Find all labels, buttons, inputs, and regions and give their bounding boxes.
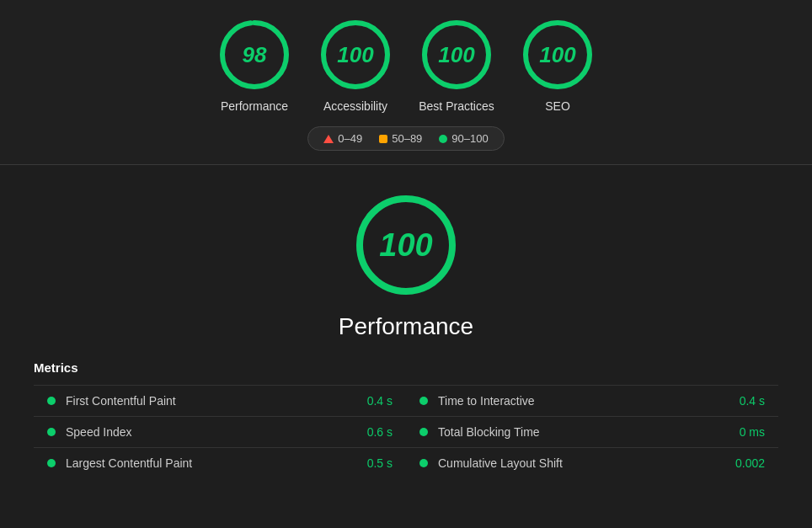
metric-value-si: 0.6 s: [367, 425, 393, 439]
metric-name-tbt: Total Blocking Time: [438, 425, 726, 439]
score-label-seo: SEO: [545, 99, 570, 113]
legend-row: 0–49 50–89 90–100: [307, 126, 504, 151]
score-item-seo: 100 SEO: [520, 17, 596, 113]
metric-value-tbt: 0 ms: [740, 425, 765, 439]
legend-item-mid: 50–89: [379, 132, 422, 145]
legend-range-mid: 50–89: [392, 132, 422, 145]
big-score-number: 100: [379, 227, 432, 264]
metric-dot-cls: [419, 459, 428, 467]
legend-range-high: 90–100: [451, 132, 488, 145]
metrics-grid: First Contentful Paint 0.4 s Time to Int…: [34, 385, 778, 478]
top-section: 98 Performance 100 Accessibility 100: [0, 0, 812, 165]
triangle-red-icon: [323, 135, 334, 143]
metrics-section: Metrics First Contentful Paint 0.4 s Tim…: [34, 360, 778, 478]
score-number-performance: 98: [243, 42, 267, 68]
legend-range-low: 0–49: [338, 132, 362, 145]
metric-name-cls: Cumulative Layout Shift: [438, 456, 722, 470]
metrics-title: Metrics: [34, 360, 778, 375]
score-label-performance: Performance: [221, 99, 288, 113]
metric-dot-tbt: [419, 428, 428, 436]
metric-row-tti: Time to Interactive 0.4 s: [406, 385, 778, 416]
metric-value-fcp: 0.4 s: [367, 394, 393, 408]
score-item-accessibility: 100 Accessibility: [318, 17, 393, 113]
score-number-accessibility: 100: [337, 42, 373, 68]
metric-dot-lcp: [47, 459, 56, 467]
scores-row: 98 Performance 100 Accessibility 100: [216, 17, 596, 113]
metric-row-lcp: Largest Contentful Paint 0.5 s: [34, 447, 406, 478]
main-section: 100 Performance Metrics First Contentful…: [0, 165, 812, 504]
score-label-best-practices: Best Practices: [419, 99, 494, 113]
metric-name-si: Speed Index: [66, 425, 354, 439]
metric-value-lcp: 0.5 s: [367, 456, 393, 470]
metric-name-fcp: First Contentful Paint: [66, 394, 354, 408]
metric-name-tti: Time to Interactive: [438, 394, 726, 408]
metric-dot-tti: [419, 397, 428, 405]
metric-row-si: Speed Index 0.6 s: [34, 416, 406, 447]
score-item-performance: 98 Performance: [216, 17, 292, 113]
metric-row-cls: Cumulative Layout Shift 0.002: [406, 447, 778, 478]
big-score-circle: 100: [351, 190, 461, 300]
score-circle-performance: 98: [216, 17, 292, 93]
score-item-best-practices: 100 Best Practices: [419, 17, 494, 113]
score-number-best-practices: 100: [438, 42, 474, 68]
legend-item-high: 90–100: [439, 132, 488, 145]
metric-value-cls: 0.002: [735, 456, 765, 470]
score-label-accessibility: Accessibility: [323, 99, 387, 113]
circle-green-icon: [439, 135, 447, 143]
metric-dot-si: [47, 428, 56, 436]
score-circle-best-practices: 100: [419, 17, 494, 93]
metric-row-tbt: Total Blocking Time 0 ms: [406, 416, 778, 447]
score-circle-seo: 100: [520, 17, 596, 93]
score-number-seo: 100: [539, 42, 575, 68]
score-circle-accessibility: 100: [318, 17, 393, 93]
metric-name-lcp: Largest Contentful Paint: [66, 456, 354, 470]
metric-value-tti: 0.4 s: [740, 394, 765, 408]
legend-item-low: 0–49: [323, 132, 362, 145]
metric-row-fcp: First Contentful Paint 0.4 s: [34, 385, 406, 416]
metric-dot-fcp: [47, 397, 56, 405]
square-orange-icon: [379, 135, 387, 143]
main-title: Performance: [339, 313, 473, 340]
